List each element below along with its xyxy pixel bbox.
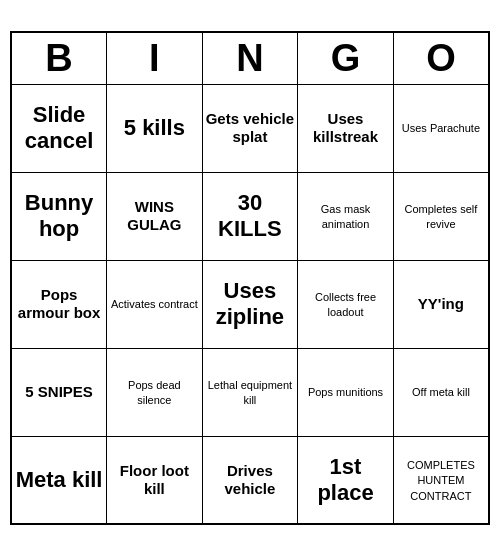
bingo-cell: Completes self revive	[393, 172, 489, 260]
bingo-cell: 5 kills	[107, 84, 202, 172]
bingo-cell: Pops munitions	[298, 348, 394, 436]
cell-text: Drives vehicle	[224, 462, 275, 497]
bingo-cell: YY'ing	[393, 260, 489, 348]
bingo-grid: BINGO Slide cancel5 killsGets vehicle sp…	[10, 31, 490, 526]
bingo-card: BINGO Slide cancel5 killsGets vehicle sp…	[10, 19, 490, 526]
bingo-row: Bunny hopWINS GULAG30 KILLSGas mask anim…	[11, 172, 489, 260]
bingo-title	[10, 19, 490, 31]
bingo-cell: Slide cancel	[11, 84, 107, 172]
bingo-letter: O	[393, 32, 489, 85]
bingo-row: 5 SNIPESPops dead silenceLethal equipmen…	[11, 348, 489, 436]
bingo-cell: WINS GULAG	[107, 172, 202, 260]
cell-text: Collects free loadout	[315, 291, 376, 319]
bingo-letter: N	[202, 32, 298, 85]
cell-text: Gets vehicle splat	[206, 110, 294, 145]
cell-text: COMPLETES HUNTEM CONTRACT	[407, 459, 475, 502]
bingo-cell: Collects free loadout	[298, 260, 394, 348]
bingo-row: Slide cancel5 killsGets vehicle splatUse…	[11, 84, 489, 172]
bingo-cell: Uses Parachute	[393, 84, 489, 172]
cell-text: Lethal equipment kill	[208, 379, 292, 407]
bingo-cell: Pops dead silence	[107, 348, 202, 436]
cell-text: 5 SNIPES	[25, 383, 93, 400]
bingo-cell: Gets vehicle splat	[202, 84, 298, 172]
cell-text: Floor loot kill	[120, 462, 189, 497]
bingo-letter: I	[107, 32, 202, 85]
cell-text: Completes self revive	[405, 203, 478, 231]
bingo-cell: Pops armour box	[11, 260, 107, 348]
cell-text: Bunny hop	[25, 190, 93, 241]
cell-text: Pops dead silence	[128, 379, 181, 407]
cell-text: WINS GULAG	[127, 198, 181, 233]
bingo-cell: Uses killstreak	[298, 84, 394, 172]
bingo-cell: Gas mask animation	[298, 172, 394, 260]
bingo-cell: Bunny hop	[11, 172, 107, 260]
cell-text: Gas mask animation	[321, 203, 371, 231]
cell-text: Uses zipline	[216, 278, 284, 329]
bingo-row: Pops armour boxActivates contractUses zi…	[11, 260, 489, 348]
bingo-cell: 1st place	[298, 436, 394, 524]
cell-text: YY'ing	[418, 295, 464, 312]
bingo-cell: Meta kill	[11, 436, 107, 524]
bingo-row: Meta killFloor loot killDrives vehicle1s…	[11, 436, 489, 524]
bingo-cell: Activates contract	[107, 260, 202, 348]
bingo-letter: B	[11, 32, 107, 85]
cell-text: Uses killstreak	[313, 110, 378, 145]
cell-text: 1st place	[317, 454, 373, 505]
cell-text: Activates contract	[111, 298, 198, 310]
cell-text: Meta kill	[16, 467, 103, 492]
cell-text: Off meta kill	[412, 386, 470, 398]
cell-text: 30 KILLS	[218, 190, 282, 241]
cell-text: Slide cancel	[25, 102, 94, 153]
bingo-cell: Lethal equipment kill	[202, 348, 298, 436]
cell-text: Pops armour box	[18, 286, 101, 321]
cell-text: Pops munitions	[308, 386, 383, 398]
cell-text: Uses Parachute	[402, 122, 480, 134]
bingo-cell: 30 KILLS	[202, 172, 298, 260]
bingo-cell: Uses zipline	[202, 260, 298, 348]
cell-text: 5 kills	[124, 115, 185, 140]
bingo-cell: Off meta kill	[393, 348, 489, 436]
bingo-letter: G	[298, 32, 394, 85]
bingo-cell: Drives vehicle	[202, 436, 298, 524]
bingo-cell: COMPLETES HUNTEM CONTRACT	[393, 436, 489, 524]
bingo-cell: Floor loot kill	[107, 436, 202, 524]
bingo-cell: 5 SNIPES	[11, 348, 107, 436]
